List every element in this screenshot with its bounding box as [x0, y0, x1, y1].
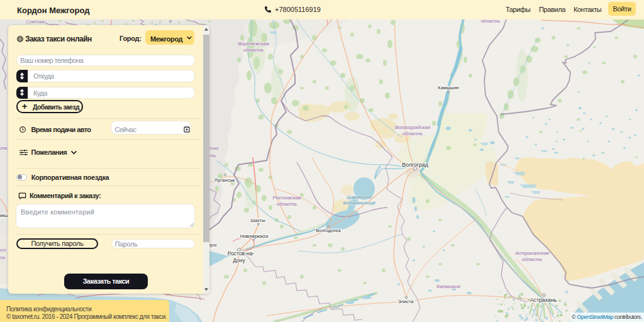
- svg-text:Камышин: Камышин: [438, 85, 458, 91]
- svg-text:ська: ська: [209, 146, 218, 150]
- svg-text:Дону: Дону: [233, 257, 245, 264]
- svg-text:область: область: [402, 131, 423, 136]
- svg-text:Волгодонск: Волгодонск: [316, 228, 341, 233]
- svg-text:Ростов-на-: Ростов-на-: [228, 250, 255, 257]
- svg-text:Воронежская: Воронежская: [238, 41, 269, 47]
- svg-text:нрог: нрог: [208, 243, 218, 248]
- svg-text:Элиста: Элиста: [398, 299, 414, 304]
- svg-text:Астрахань: Астрахань: [530, 297, 557, 303]
- svg-text:водохранилище: водохранилище: [343, 201, 375, 206]
- svg-text:Калмыкия: Калмыкия: [436, 284, 460, 289]
- svg-text:рем: рем: [0, 146, 7, 151]
- svg-text:рсо: рсо: [0, 248, 6, 253]
- svg-text:Луганськ: Луганськ: [214, 177, 235, 183]
- svg-text:Ростовская: Ростовская: [272, 195, 301, 201]
- svg-text:бла: бла: [0, 255, 5, 260]
- svg-text:область: область: [243, 47, 264, 53]
- svg-text:область: область: [522, 257, 543, 262]
- svg-text:Волгоград: Волгоград: [402, 162, 428, 168]
- svg-text:Сумська: Сумська: [26, 19, 45, 25]
- svg-text:Шахты: Шахты: [250, 218, 265, 223]
- svg-text:Цимлянское: Цимлянское: [347, 195, 372, 200]
- svg-text:Новочеркасск: Новочеркасск: [240, 233, 269, 239]
- svg-text:область: область: [277, 201, 297, 207]
- svg-text:ивш: ивш: [0, 213, 8, 218]
- svg-text:Астраханская: Астраханская: [514, 250, 550, 256]
- svg-text:Волгоградская: Волгоградская: [395, 125, 431, 130]
